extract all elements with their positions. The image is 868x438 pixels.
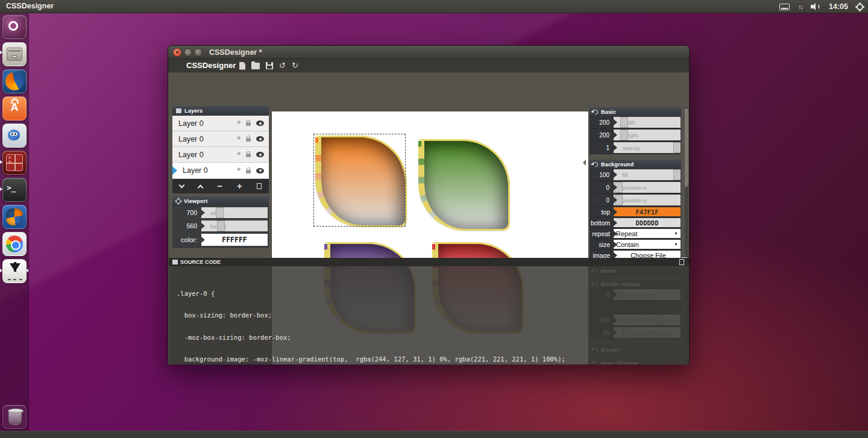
viewport-height-value[interactable]: 560 [172,219,201,233]
slider-track[interactable]: position-y [614,195,681,205]
lock-icon[interactable] [246,170,251,174]
slider-track[interactable]: height [614,130,681,140]
layer-shape-green[interactable] [418,139,510,231]
top-color-input[interactable]: F47F1F [614,207,681,216]
new-document-icon[interactable] [239,62,245,70]
position-x-slider[interactable]: 0 position-x [590,181,681,194]
basic-section-header[interactable]: Basic [590,107,681,116]
slider-track[interactable]: height [201,221,268,231]
software-center-icon[interactable]: A [2,96,27,120]
width-value[interactable]: 200 [590,116,614,128]
terminal-icon[interactable]: >_ [2,178,27,202]
layers-panel-header[interactable]: Layers [172,106,269,116]
scrollbar-thumb[interactable] [685,108,688,187]
dash-home-icon[interactable] [2,15,27,39]
size-select[interactable]: Contain [614,240,681,249]
fill-slider[interactable]: 100 fill [590,169,681,181]
duplicate-layer-icon[interactable] [257,183,262,189]
slider-handle[interactable] [217,221,225,231]
slider-handle[interactable] [216,207,224,218]
reset-icon[interactable] [592,161,599,167]
maximize-button[interactable]: □ [194,48,203,57]
layer-row[interactable]: Layer 0 * [172,147,269,163]
slider-handle[interactable] [673,169,681,180]
file-manager-icon[interactable] [2,42,27,66]
viewport-color-input[interactable]: FFFFFF [201,234,268,246]
volume-indicator-icon[interactable] [811,3,820,10]
lock-icon[interactable] [246,122,251,126]
height-value[interactable]: 200 [590,129,614,141]
clock[interactable]: 14:05 [829,2,848,11]
redo-icon[interactable]: ↻ [292,61,298,70]
lock-icon[interactable] [246,154,251,157]
close-button[interactable]: ✕ [173,48,181,57]
session-gear-icon[interactable] [857,4,863,10]
top-color-label: top [590,207,614,217]
remove-layer-icon[interactable]: − [217,183,222,189]
viewport-color-label: color: [172,233,201,247]
fill-value[interactable]: 100 [590,169,614,181]
height-slider[interactable]: 200 height [590,129,681,142]
effects-icon[interactable]: * [237,136,241,142]
slider-handle[interactable] [673,142,681,153]
network-indicator-icon[interactable]: ↑↓ [798,3,802,10]
move-layer-down-icon[interactable] [179,183,185,189]
slider-track[interactable]: width [614,117,681,128]
trash-icon[interactable] [2,405,27,429]
visibility-icon[interactable] [256,152,264,157]
chrome-icon[interactable] [2,232,27,256]
window-titlebar[interactable]: ✕ – □ CSSDesigner * [168,46,689,59]
opacity-slider[interactable]: 1 opacity [590,142,681,154]
width-slider[interactable]: 200 width [590,116,681,129]
slider-track[interactable]: width [201,207,268,218]
slider-track[interactable]: opacity [614,142,681,153]
bottom-color-label: bottom [590,217,614,228]
panel-collapse-arrow[interactable] [583,160,586,166]
slider-track[interactable]: position-x [614,182,681,193]
lock-icon[interactable] [246,138,251,142]
keyboard-indicator-icon[interactable] [779,4,790,10]
firefox-icon[interactable] [2,69,27,93]
assistant-app-icon[interactable] [2,124,27,148]
source-panel-header[interactable]: SOURCE CODE [169,258,689,266]
move-layer-up-icon[interactable] [198,184,204,190]
viewport-panel: Viewport 700 width 560 height [172,196,269,248]
layer-row[interactable]: Layer 0 * [172,131,269,147]
cssdesigner-icon[interactable] [2,259,27,283]
terminator-icon[interactable] [2,151,27,175]
effects-icon[interactable]: * [237,152,241,158]
visibility-icon[interactable] [256,168,264,174]
css-source-code[interactable]: .layer-0 { box-sizing: border-box; -moz-… [177,275,687,364]
viewport-panel-header[interactable]: Viewport [172,196,269,206]
reset-icon[interactable] [592,108,599,115]
effects-icon[interactable]: * [237,120,241,127]
viewport-width-value[interactable]: 700 [172,206,201,219]
visibility-icon[interactable] [256,136,264,142]
copy-code-icon[interactable] [679,259,684,265]
add-layer-icon[interactable]: + [237,183,242,189]
repeat-select[interactable]: Repeat [614,229,681,238]
bottom-color-input[interactable]: DDDDDD [614,218,681,227]
layer-row-selected[interactable]: Layer 0 * [172,163,269,179]
save-icon[interactable] [266,62,273,69]
viewport-width-slider[interactable]: 700 width [172,206,269,219]
minimize-button[interactable]: – [184,48,192,57]
code-line: background-image: -moz-linear-gradient(t… [177,355,687,363]
opacity-value[interactable]: 1 [590,142,614,154]
slider-handle[interactable] [620,117,628,128]
position-y-value[interactable]: 0 [590,194,614,206]
position-y-slider[interactable]: 0 position-y [590,194,681,207]
visibility-icon[interactable] [256,120,264,126]
app-menu-label[interactable]: CSSDesigner [186,61,236,70]
slider-track[interactable]: fill [614,169,681,180]
effects-icon[interactable]: * [237,167,241,174]
viewport-height-slider[interactable]: 560 height [172,219,269,233]
window-content: Layers Layer 0 * Layer 0 * Layer 0 * Lay… [168,72,689,364]
layer-row[interactable]: Layer 0 * [172,116,269,131]
position-x-value[interactable]: 0 [590,181,614,193]
open-file-icon[interactable] [251,63,260,69]
image-tool-icon[interactable] [2,205,27,229]
slider-handle[interactable] [620,130,628,140]
undo-icon[interactable]: ↺ [279,61,286,70]
background-section-header[interactable]: Background [590,160,681,169]
